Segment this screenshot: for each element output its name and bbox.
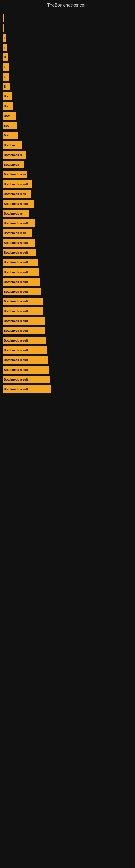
bar-row: Bottleneck result (3, 327, 135, 335)
bar-label: Bott (4, 134, 10, 137)
bar-row: Bottleneck result (3, 317, 135, 325)
bar-row: B (3, 83, 135, 90)
bar: Bottleneck resu (3, 229, 32, 237)
bar: Bottleneck result (3, 337, 46, 344)
bar-row (3, 14, 135, 22)
bar-label: Bottleneck result (4, 358, 28, 362)
bar-label: Bottleneck result (4, 280, 28, 283)
bar-label: Bottleneck re (4, 212, 23, 215)
bar-row: Bottleneck result (3, 278, 135, 286)
bar-label: Bottleneck result (4, 271, 28, 274)
bar-row: Bottleneck result (3, 356, 135, 364)
bar-label: Bottleneck result (4, 290, 28, 293)
bar: Bottleneck result (3, 307, 43, 315)
bar-label: Bott (4, 114, 10, 118)
bar: B (3, 54, 8, 61)
bar-row: Bottleneck result (3, 268, 135, 276)
bar-label: Bottleneck result (4, 300, 28, 303)
bar-row: Bottleneck result (3, 219, 135, 227)
bar-row: Bottleneck result (3, 249, 135, 256)
bar: Bottleneck result (3, 356, 48, 364)
bar-label: B (4, 56, 6, 59)
bar-label: Bottleneck result (4, 261, 28, 264)
bar-label: Bottleneck (4, 163, 19, 166)
bar: Bottleneck resu (3, 170, 27, 178)
bar-row: Bottleneck result (3, 298, 135, 305)
bar: Bottleneck (3, 161, 24, 168)
site-title: TheBottlenecker.com (0, 0, 135, 9)
bar: Bott (3, 112, 16, 120)
bar-label: Bottleneck result (4, 339, 28, 342)
bar-label: Bottleneck result (4, 241, 28, 244)
bar-row: Bottleneck re (3, 151, 135, 159)
bar: E (3, 63, 9, 71)
bar-label: Bo (4, 95, 8, 98)
bar: F (3, 34, 6, 41)
bar: Bottleneck result (3, 385, 51, 393)
bar: Bottleneck result (3, 219, 35, 227)
bar-row: Bottleneck result (3, 200, 135, 208)
bar: Bo (3, 93, 12, 100)
bar: Bottleneck re (3, 151, 27, 159)
bar-label: Bottleneck result (4, 251, 28, 254)
bar-row: Bottleneck result (3, 307, 135, 315)
bar: Bottlenec (3, 141, 22, 149)
bar: Bottleneck result (3, 200, 34, 208)
bar-label: Bottleneck result (4, 378, 28, 381)
bar: Bottleneck result (3, 346, 47, 354)
bar-label: Bottleneck result (4, 348, 28, 352)
bar: Bottleneck result (3, 239, 35, 247)
bar-label: Bo (4, 104, 8, 108)
bar-row: Bottleneck (3, 161, 135, 168)
bar: B (3, 83, 10, 90)
bar (3, 14, 4, 22)
bar-row: Bottlenec (3, 141, 135, 149)
bar-row (3, 24, 135, 32)
bar-row: Bottleneck result (3, 385, 135, 393)
bar: Bott (3, 131, 18, 139)
bar: Bot (3, 122, 17, 129)
bar-row: Bott (3, 131, 135, 139)
bar-row: Bottleneck result (3, 337, 135, 344)
bar-label: B (4, 85, 6, 88)
bar-row: Bottleneck resu (3, 170, 135, 178)
bar-label: Bottleneck re (4, 153, 23, 156)
bar-row: E (3, 73, 135, 81)
bar-label: Bottleneck result (4, 222, 28, 225)
bar-label: Bottlenec (4, 144, 17, 147)
bar-row: B (3, 54, 135, 61)
bar: Bottleneck result (3, 298, 43, 305)
bar-label: F (4, 36, 6, 39)
bar-label: Bottleneck result (4, 202, 28, 205)
bar-label: Bottleneck result (4, 329, 28, 332)
bar (3, 24, 4, 32)
bar-label: Bottleneck resu (4, 231, 26, 235)
bar: Bottleneck result (3, 249, 36, 256)
bar: Bottleneck result (3, 268, 39, 276)
bar: Bottleneck result (3, 376, 50, 383)
bar-label: Bot (4, 124, 9, 127)
bar-label: Bottleneck result (4, 388, 28, 391)
bar: Bottleneck resu (3, 190, 31, 198)
bar-row: F (3, 34, 135, 41)
bars-container: FmBEEBBoBoBottBotBottBottlenecBottleneck… (0, 9, 135, 395)
bar-row: m (3, 44, 135, 51)
bar-row: Bottleneck result (3, 180, 135, 188)
bar: Bottleneck result (3, 288, 41, 296)
bar-label: m (4, 46, 6, 49)
bar: Bottleneck result (3, 278, 41, 286)
bar-label: Bottleneck resu (4, 192, 26, 195)
bar-label: Bottleneck result (4, 319, 28, 322)
bar-row: Bottleneck result (3, 366, 135, 373)
bar-row: Bottleneck result (3, 346, 135, 354)
bar-row: Bot (3, 122, 135, 129)
bar: Bottleneck result (3, 327, 45, 335)
bar: Bo (3, 102, 13, 110)
bar-label: E (4, 75, 6, 79)
bar-label: Bottleneck result (4, 368, 28, 371)
bar: Bottleneck result (3, 258, 38, 266)
bar-row: Bottleneck result (3, 288, 135, 296)
bar: Bottleneck result (3, 180, 32, 188)
bar: m (3, 44, 7, 51)
bar: Bottleneck result (3, 366, 49, 373)
